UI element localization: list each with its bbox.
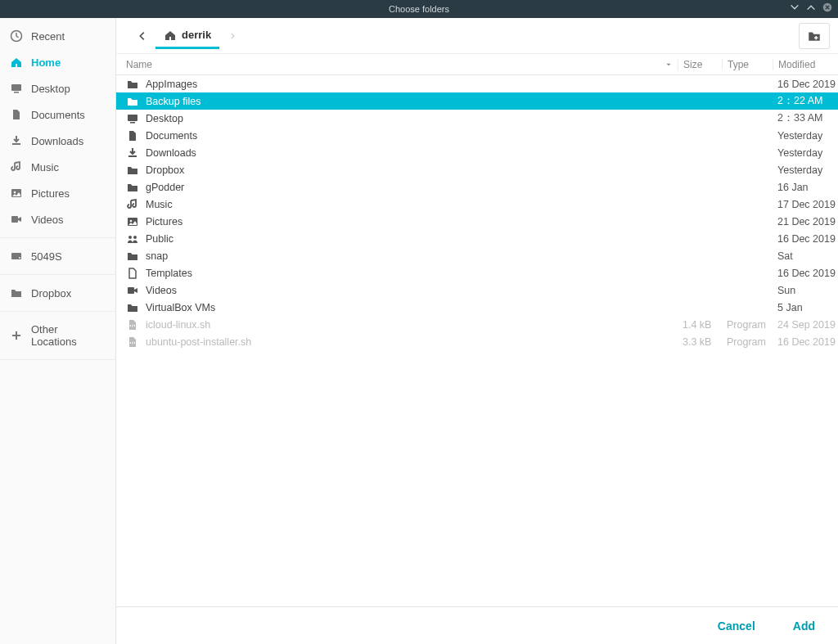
file-name: Pictures bbox=[146, 216, 182, 227]
file-name: Backup files bbox=[146, 96, 200, 107]
file-name: Dropbox bbox=[146, 164, 184, 176]
file-modified: 17 Dec 2019 bbox=[773, 199, 838, 210]
header-size[interactable]: Size bbox=[678, 59, 722, 70]
desktop-icon bbox=[126, 112, 139, 125]
file-name: Downloads bbox=[146, 147, 196, 159]
sidebar-item-dropbox[interactable]: Dropbox bbox=[0, 280, 115, 306]
nav-back-button[interactable] bbox=[133, 25, 152, 47]
cancel-button[interactable]: Cancel bbox=[718, 619, 755, 633]
file-row[interactable]: Backup files2：22 AM bbox=[116, 92, 838, 110]
minimize-button[interactable] bbox=[789, 2, 800, 13]
sort-indicator-icon bbox=[665, 61, 673, 69]
sidebar-item-desktop[interactable]: Desktop bbox=[0, 75, 115, 101]
column-headers[interactable]: Name Size Type Modified bbox=[116, 54, 838, 75]
file-type: Program bbox=[722, 319, 773, 331]
sidebar-item-label: Documents bbox=[31, 109, 85, 121]
window-controls bbox=[789, 2, 833, 13]
clock-icon bbox=[10, 29, 23, 43]
file-name: Templates bbox=[146, 268, 192, 279]
file-name: VirtualBox VMs bbox=[146, 302, 215, 313]
header-modified[interactable]: Modified bbox=[773, 59, 838, 70]
sidebar-item-label: Downloads bbox=[31, 135, 83, 147]
sidebar-item-home[interactable]: Home bbox=[0, 49, 115, 75]
template-icon bbox=[126, 267, 139, 280]
image-icon bbox=[126, 215, 139, 228]
add-button[interactable]: Add bbox=[793, 619, 815, 633]
file-modified: Yesterday bbox=[773, 147, 838, 159]
sidebar-item-documents[interactable]: Documents bbox=[0, 101, 115, 128]
file-modified: 2：33 AM bbox=[773, 111, 838, 125]
sidebar-item-other-locations[interactable]: Other Locations bbox=[0, 317, 115, 354]
image-icon bbox=[10, 187, 23, 200]
file-row[interactable]: ubuntu-post-installer.sh3.3 kBProgram16 … bbox=[116, 333, 838, 350]
home-icon bbox=[10, 56, 23, 69]
new-folder-button[interactable] bbox=[799, 23, 830, 49]
window-title: Choose folders bbox=[389, 4, 449, 14]
file-row[interactable]: DownloadsYesterday bbox=[116, 144, 838, 161]
file-name: Music bbox=[146, 199, 173, 210]
sidebar-item-5049s[interactable]: 5049S bbox=[0, 243, 115, 269]
sidebar-item-label: 5049S bbox=[31, 250, 62, 263]
file-modified: Sat bbox=[773, 250, 838, 262]
sidebar-item-pictures[interactable]: Pictures bbox=[0, 180, 115, 206]
sidebar-item-downloads[interactable]: Downloads bbox=[0, 128, 115, 154]
close-button[interactable] bbox=[822, 2, 833, 13]
sidebar-item-recent[interactable]: Recent bbox=[0, 23, 115, 49]
sidebar-item-videos[interactable]: Videos bbox=[0, 206, 115, 232]
drive-icon bbox=[10, 250, 23, 263]
sidebar-item-music[interactable]: Music bbox=[0, 154, 115, 180]
sidebar-item-label: Dropbox bbox=[31, 287, 71, 299]
plus-icon bbox=[10, 329, 23, 342]
file-modified: 2：22 AM bbox=[773, 94, 838, 108]
file-name: Documents bbox=[146, 130, 197, 142]
file-modified: 5 Jan bbox=[773, 302, 838, 313]
file-row[interactable]: Music17 Dec 2019 bbox=[116, 196, 838, 213]
file-name: ubuntu-post-installer.sh bbox=[146, 336, 251, 348]
script-icon bbox=[126, 318, 139, 331]
file-row[interactable]: snapSat bbox=[116, 247, 838, 264]
file-modified: 16 Dec 2019 bbox=[773, 79, 838, 90]
folder-icon bbox=[126, 95, 139, 108]
sidebar-item-label: Other Locations bbox=[31, 323, 106, 348]
file-row[interactable]: Pictures21 Dec 2019 bbox=[116, 213, 838, 230]
file-modified: 16 Dec 2019 bbox=[773, 268, 838, 279]
breadcrumb-label: derrik bbox=[182, 29, 211, 41]
file-row[interactable]: VideosSun bbox=[116, 281, 838, 299]
file-row[interactable]: VirtualBox VMs5 Jan bbox=[116, 299, 838, 316]
file-row[interactable]: Desktop2：33 AM bbox=[116, 110, 838, 127]
file-row[interactable]: icloud-linux.sh1.4 kBProgram24 Sep 2019 bbox=[116, 316, 838, 333]
file-name: gPodder bbox=[146, 182, 184, 193]
folder-icon bbox=[126, 181, 139, 194]
file-modified: Yesterday bbox=[773, 130, 838, 142]
file-row[interactable]: DocumentsYesterday bbox=[116, 127, 838, 144]
header-type[interactable]: Type bbox=[722, 59, 773, 70]
folder-icon bbox=[10, 286, 23, 299]
title-bar: Choose folders bbox=[0, 0, 838, 18]
main-panel: derrik Name Size Type Modified AppImages… bbox=[116, 18, 838, 644]
public-icon bbox=[126, 232, 139, 245]
file-name: AppImages bbox=[146, 79, 197, 90]
home-icon bbox=[164, 29, 177, 42]
script-icon bbox=[126, 336, 139, 349]
nav-forward-button[interactable] bbox=[223, 25, 242, 47]
folder-icon bbox=[126, 78, 139, 91]
breadcrumb-current[interactable]: derrik bbox=[155, 24, 219, 49]
file-row[interactable]: gPodder16 Jan bbox=[116, 178, 838, 196]
header-name[interactable]: Name bbox=[116, 59, 678, 70]
desktop-icon bbox=[10, 82, 23, 95]
download-icon bbox=[10, 134, 23, 147]
file-modified: Sun bbox=[773, 285, 838, 296]
folder-icon bbox=[126, 250, 139, 263]
file-row[interactable]: Templates16 Dec 2019 bbox=[116, 264, 838, 281]
sidebar-item-label: Music bbox=[31, 161, 59, 173]
file-chooser-window: Choose folders RecentHomeDesktopDocument… bbox=[0, 0, 838, 644]
file-modified: 16 Dec 2019 bbox=[773, 233, 838, 245]
music-icon bbox=[10, 160, 23, 173]
file-row[interactable]: Public16 Dec 2019 bbox=[116, 230, 838, 247]
maximize-button[interactable] bbox=[805, 2, 817, 13]
file-name: Desktop bbox=[146, 113, 183, 124]
file-row[interactable]: DropboxYesterday bbox=[116, 161, 838, 178]
file-row[interactable]: AppImages16 Dec 2019 bbox=[116, 75, 838, 92]
file-size: 3.3 kB bbox=[678, 336, 722, 348]
file-modified: Yesterday bbox=[773, 164, 838, 176]
